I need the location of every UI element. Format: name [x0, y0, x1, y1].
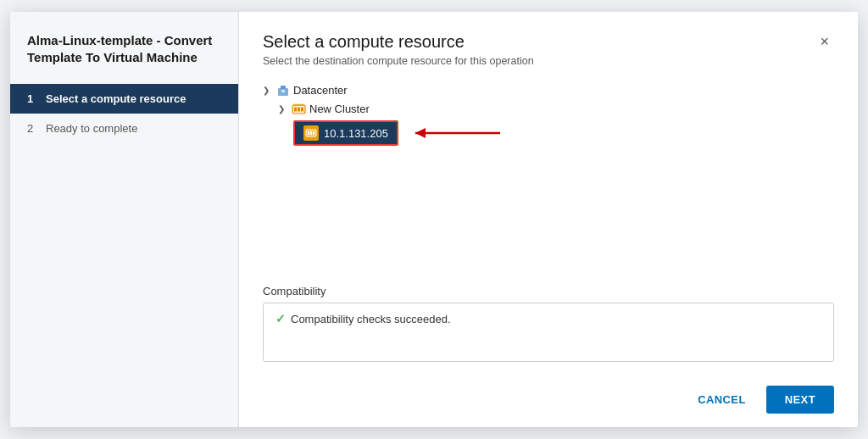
svg-rect-2	[281, 90, 285, 92]
datacenter-icon	[276, 83, 290, 97]
chevron-datacenter: ❯	[263, 86, 273, 95]
cluster-icon	[292, 102, 306, 116]
host-label: 10.1.131.205	[324, 127, 388, 140]
svg-marker-15	[415, 128, 426, 138]
main-title: Select a compute resource	[263, 32, 465, 52]
svg-rect-6	[298, 108, 300, 112]
sidebar-step-2: 2 Ready to complete	[10, 114, 238, 143]
host-icon	[303, 125, 319, 141]
sidebar: Alma-Linux-template - Convert Template T…	[10, 12, 239, 427]
step-label-1: Select a compute resource	[46, 92, 186, 105]
next-button[interactable]: NEXT	[766, 386, 834, 414]
main-header: Select a compute resource ×	[263, 32, 834, 52]
main-panel: Select a compute resource × Select the d…	[239, 12, 858, 427]
svg-rect-7	[301, 108, 303, 112]
check-icon: ✓	[275, 312, 286, 325]
footer: CANCEL NEXT	[263, 374, 834, 427]
svg-rect-1	[281, 86, 286, 89]
compatibility-label: Compatibility	[263, 285, 834, 297]
sidebar-step-1: 1 Select a compute resource	[10, 84, 238, 114]
svg-rect-13	[313, 131, 314, 135]
compat-text: Compatibility checks succeeded.	[291, 313, 451, 325]
resource-tree: ❯ Datacenter ❯	[263, 81, 834, 147]
step-label-2: Ready to complete	[46, 122, 137, 135]
svg-rect-8	[293, 104, 304, 107]
svg-rect-12	[310, 131, 312, 135]
arrow-annotation	[407, 121, 509, 145]
cancel-button[interactable]: CANCEL	[687, 386, 756, 413]
tree-row-host[interactable]: 10.1.131.205	[263, 119, 834, 147]
svg-rect-11	[308, 131, 309, 135]
svg-rect-5	[294, 108, 297, 112]
datacenter-label: Datacenter	[293, 84, 348, 97]
step-number-2: 2	[27, 122, 39, 135]
main-subtitle: Select the destination compute resource …	[263, 55, 834, 67]
close-button[interactable]: ×	[815, 32, 834, 51]
chevron-cluster: ❯	[278, 104, 288, 114]
dialog: Alma-Linux-template - Convert Template T…	[10, 12, 858, 427]
compatibility-section: Compatibility ✓ Compatibility checks suc…	[263, 285, 834, 362]
tree-row-datacenter: ❯ Datacenter	[263, 81, 834, 99]
cluster-label: New Cluster	[309, 103, 370, 115]
host-selected-item[interactable]: 10.1.131.205	[293, 120, 398, 146]
sidebar-title: Alma-Linux-template - Convert Template T…	[10, 32, 238, 84]
step-number-1: 1	[27, 92, 39, 105]
tree-row-cluster: ❯ New Cluster	[263, 99, 834, 119]
sidebar-steps: 1 Select a compute resource 2 Ready to c…	[10, 84, 238, 143]
compatibility-message: ✓ Compatibility checks succeeded.	[275, 312, 821, 325]
compatibility-box: ✓ Compatibility checks succeeded.	[263, 303, 834, 362]
